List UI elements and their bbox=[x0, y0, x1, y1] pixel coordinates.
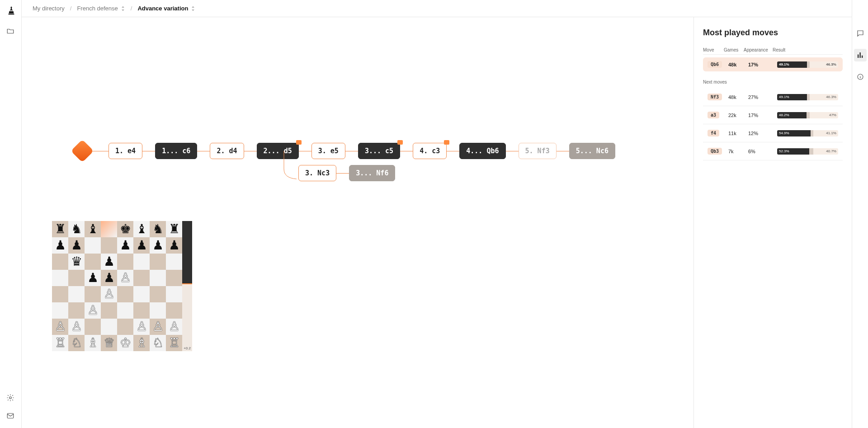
stats-tab-icon[interactable] bbox=[854, 49, 867, 61]
mail-icon[interactable] bbox=[6, 412, 15, 421]
square-a4[interactable] bbox=[52, 286, 68, 302]
square-c5[interactable]: ♟ bbox=[85, 270, 101, 286]
square-d4[interactable]: ♙ bbox=[101, 286, 117, 302]
square-e4[interactable] bbox=[117, 286, 133, 302]
stat-row[interactable]: Nf348k27%49.1%46.3% bbox=[703, 88, 843, 106]
square-a3[interactable] bbox=[52, 302, 68, 319]
square-h4[interactable] bbox=[166, 286, 182, 302]
square-g8[interactable]: ♞ bbox=[150, 221, 166, 237]
move-node[interactable]: 1. e4 bbox=[108, 143, 142, 159]
square-a2[interactable]: ♙ bbox=[52, 319, 68, 335]
square-e8[interactable]: ♚ bbox=[117, 221, 133, 237]
square-d2[interactable] bbox=[101, 319, 117, 335]
square-b3[interactable] bbox=[68, 302, 85, 319]
crumb-current[interactable]: Advance variation bbox=[137, 5, 195, 12]
square-c4[interactable] bbox=[85, 286, 101, 302]
crumb-parent[interactable]: French defense bbox=[77, 5, 125, 12]
square-d5[interactable]: ♟ bbox=[101, 270, 117, 286]
square-g4[interactable] bbox=[150, 286, 166, 302]
square-d3[interactable] bbox=[101, 302, 117, 319]
move-node[interactable]: 5. Nf3 bbox=[519, 143, 557, 159]
square-d7[interactable] bbox=[101, 237, 117, 254]
square-f4[interactable] bbox=[133, 286, 150, 302]
square-f2[interactable]: ♙ bbox=[133, 319, 150, 335]
square-e7[interactable]: ♟ bbox=[117, 237, 133, 254]
move-node[interactable]: 2. d4 bbox=[210, 143, 244, 159]
square-a8[interactable]: ♜ bbox=[52, 221, 68, 237]
move-node[interactable]: 1... c6 bbox=[155, 143, 197, 159]
square-c6[interactable] bbox=[85, 254, 101, 270]
move-node[interactable]: 4... Qb6 bbox=[459, 143, 505, 159]
square-a5[interactable] bbox=[52, 270, 68, 286]
stat-row[interactable]: a322k17%48.2%47% bbox=[703, 106, 843, 124]
square-f3[interactable] bbox=[133, 302, 150, 319]
square-c1[interactable]: ♗ bbox=[85, 335, 101, 351]
move-chip: Qb3 bbox=[708, 148, 722, 155]
square-g1[interactable]: ♘ bbox=[150, 335, 166, 351]
start-position-node[interactable] bbox=[71, 140, 94, 163]
square-b1[interactable]: ♘ bbox=[68, 335, 85, 351]
square-c8[interactable]: ♝ bbox=[85, 221, 101, 237]
stat-row[interactable]: Qb37k6%52.3%40.7% bbox=[703, 142, 843, 160]
move-tree-canvas[interactable]: 1. e41... c62. d42... d53. e53... c54. c… bbox=[22, 17, 693, 428]
info-tab-icon[interactable] bbox=[854, 71, 867, 83]
square-a1[interactable]: ♖ bbox=[52, 335, 68, 351]
separator: / bbox=[70, 5, 72, 12]
square-e6[interactable] bbox=[117, 254, 133, 270]
square-f6[interactable] bbox=[133, 254, 150, 270]
col-appearance: Appearance bbox=[744, 47, 773, 52]
square-h8[interactable]: ♜ bbox=[166, 221, 182, 237]
comments-tab-icon[interactable] bbox=[854, 27, 867, 40]
square-h7[interactable]: ♟ bbox=[166, 237, 182, 254]
square-b5[interactable] bbox=[68, 270, 85, 286]
settings-icon[interactable] bbox=[6, 394, 15, 403]
chessboard[interactable]: ♜♞♝♚♝♞♜♟♟♟♟♟♟♛♟♟♟♙♙♙♙♙♙♙♙♖♘♗♕♔♗♘♖ bbox=[52, 221, 182, 351]
square-f7[interactable]: ♟ bbox=[133, 237, 150, 254]
app-logo-icon[interactable] bbox=[6, 5, 15, 14]
square-b7[interactable]: ♟ bbox=[68, 237, 85, 254]
move-node[interactable]: 5... Nc6 bbox=[569, 143, 615, 159]
square-b6[interactable]: ♛ bbox=[68, 254, 85, 270]
square-c7[interactable] bbox=[85, 237, 101, 254]
square-h5[interactable] bbox=[166, 270, 182, 286]
square-e3[interactable] bbox=[117, 302, 133, 319]
square-g6[interactable] bbox=[150, 254, 166, 270]
square-a6[interactable] bbox=[52, 254, 68, 270]
stat-row[interactable]: f411k12%54.9%41.1% bbox=[703, 124, 843, 142]
square-f8[interactable]: ♝ bbox=[133, 221, 150, 237]
square-b2[interactable]: ♙ bbox=[68, 319, 85, 335]
square-h2[interactable]: ♙ bbox=[166, 319, 182, 335]
featured-move-row[interactable]: Qb6 48k 17% 49.1%46.3% bbox=[703, 57, 843, 71]
piece-bn: ♞ bbox=[152, 223, 164, 235]
move-node[interactable]: 3. Nc3 bbox=[298, 165, 336, 181]
square-e5[interactable]: ♙ bbox=[117, 270, 133, 286]
square-d8[interactable] bbox=[101, 221, 117, 237]
square-f1[interactable]: ♗ bbox=[133, 335, 150, 351]
move-node[interactable]: 4. c3 bbox=[413, 143, 447, 159]
square-e1[interactable]: ♔ bbox=[117, 335, 133, 351]
appearance-value: 12% bbox=[748, 131, 777, 136]
square-d6[interactable]: ♟ bbox=[101, 254, 117, 270]
move-node[interactable]: 2... d5 bbox=[257, 143, 299, 159]
square-a7[interactable]: ♟ bbox=[52, 237, 68, 254]
square-g2[interactable]: ♙ bbox=[150, 319, 166, 335]
square-b4[interactable] bbox=[68, 286, 85, 302]
move-node[interactable]: 3. e5 bbox=[311, 143, 345, 159]
square-d1[interactable]: ♕ bbox=[101, 335, 117, 351]
square-c3[interactable]: ♙ bbox=[85, 302, 101, 319]
move-node[interactable]: 3... Nf6 bbox=[349, 165, 395, 181]
square-g5[interactable] bbox=[150, 270, 166, 286]
crumb-root[interactable]: My directory bbox=[33, 5, 65, 12]
square-b8[interactable]: ♞ bbox=[68, 221, 85, 237]
square-g7[interactable]: ♟ bbox=[150, 237, 166, 254]
folder-icon[interactable] bbox=[6, 27, 15, 36]
square-h1[interactable]: ♖ bbox=[166, 335, 182, 351]
square-g3[interactable] bbox=[150, 302, 166, 319]
move-node[interactable]: 3... c5 bbox=[358, 143, 400, 159]
square-h3[interactable] bbox=[166, 302, 182, 319]
square-e2[interactable] bbox=[117, 319, 133, 335]
move-chip: f4 bbox=[708, 130, 719, 136]
square-f5[interactable] bbox=[133, 270, 150, 286]
square-c2[interactable] bbox=[85, 319, 101, 335]
square-h6[interactable] bbox=[166, 254, 182, 270]
